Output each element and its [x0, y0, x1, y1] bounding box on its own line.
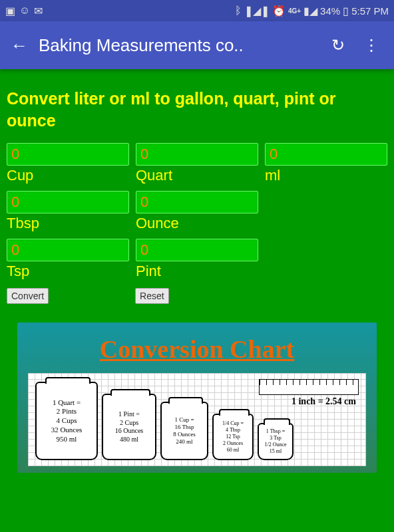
ml-input[interactable] [265, 143, 387, 166]
tsp-input[interactable] [7, 239, 129, 261]
bluetooth-icon: ᛒ [235, 5, 242, 17]
quart-input[interactable] [136, 143, 258, 166]
pint-input[interactable] [136, 239, 258, 261]
image-icon: ▣ [5, 5, 15, 17]
jar-pint: 1 Pint = 2 Cups 16 Ounces 480 ml [102, 394, 156, 460]
app-title: Baking Measurements co.. [39, 35, 322, 56]
ruler-label: 1 inch = 2.54 cm [292, 396, 356, 407]
battery-icon: ▯ [343, 5, 349, 17]
jar-cup: 1 Cup = 16 Tbsp 8 Ounces 240 ml [160, 402, 208, 460]
ruler-icon [259, 379, 359, 395]
chart-card: Conversion Chart 1 inch = 2.54 cm 1 Quar… [17, 323, 377, 473]
vibrate-icon: ❚◢❚ [244, 5, 270, 17]
cup-label: Cup [7, 167, 129, 184]
app-bar: ← Baking Measurements co.. ↻ ⋮ [0, 21, 394, 69]
ml-label: ml [265, 167, 387, 184]
tbsp-label: Tbsp [7, 215, 129, 232]
ounce-label: Ounce [136, 215, 258, 232]
refresh-button[interactable]: ↻ [322, 36, 354, 55]
account-icon: ☺ [19, 5, 30, 17]
pint-label: Pint [136, 263, 258, 280]
jar-quarter-cup: 1/4 Cup = 4 Tbsp 12 Tsp 2 Ounces 60 ml [212, 414, 254, 460]
tsp-label: Tsp [7, 263, 129, 280]
cup-input[interactable] [7, 143, 129, 166]
jar-tbsp: 1 Tbsp = 3 Tsp 1/2 Ounce 15 ml [258, 423, 294, 460]
chart-title: Conversion Chart [28, 334, 366, 364]
signal-icon: ▮◢ [303, 5, 317, 17]
jar-quart: 1 Quart = 2 Pints 4 Cups 32 Ounces 950 m… [35, 382, 98, 460]
page-heading: Convert liter or ml to gallon, quart, pi… [7, 69, 387, 143]
clock-text: 5:57 PM [351, 5, 389, 17]
reset-button[interactable]: Reset [135, 288, 169, 304]
network-label: 4G+ [288, 7, 301, 15]
mail-icon: ✉ [34, 5, 43, 17]
battery-text: 34% [320, 5, 340, 17]
tbsp-input[interactable] [7, 191, 129, 213]
back-button[interactable]: ← [5, 30, 39, 61]
convert-button[interactable]: Convert [7, 288, 49, 304]
ounce-input[interactable] [136, 191, 258, 213]
more-button[interactable]: ⋮ [354, 36, 389, 55]
quart-label: Quart [136, 167, 258, 184]
alarm-icon: ⏰ [272, 5, 286, 17]
status-bar: ▣ ☺ ✉ ᛒ ❚◢❚ ⏰ 4G+ ▮◢ 34% ▯ 5:57 PM [0, 0, 394, 21]
fields-grid: Cup Tbsp Tsp Quart Ounce Pint [7, 143, 387, 287]
jar-strip: 1 inch = 2.54 cm 1 Quart = 2 Pints 4 Cup… [28, 373, 366, 466]
